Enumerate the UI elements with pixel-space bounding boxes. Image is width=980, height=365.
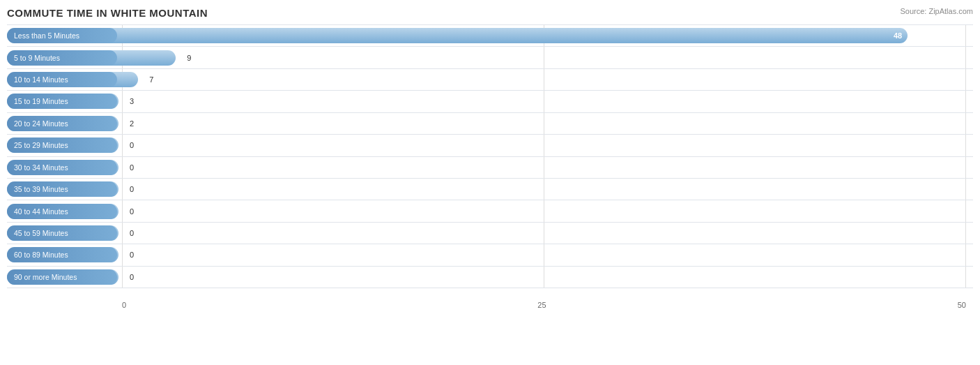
bar-row: 5 to 9 Minutes 9 — [7, 46, 973, 68]
bar-track: 35 to 39 Minutes 0 — [7, 181, 945, 197]
bar-row: 45 to 59 Minutes 0 — [7, 222, 973, 244]
bar-value: 3 — [130, 97, 134, 105]
bar-value: 0 — [130, 185, 134, 193]
bar-label-text: 30 to 34 Minutes — [7, 160, 117, 175]
x-axis-label-50: 50 — [958, 301, 966, 309]
bar-value: 48 — [894, 31, 902, 40]
chart-title: COMMUTE TIME IN WHITE MOUNTAIN — [7, 7, 973, 19]
bar-label-text: 20 to 24 Minutes — [7, 116, 117, 131]
bar-label-text: 10 to 14 Minutes — [7, 72, 117, 87]
chart-container: COMMUTE TIME IN WHITE MOUNTAIN Source: Z… — [0, 0, 980, 365]
bar-row: 20 to 24 Minutes 2 — [7, 112, 973, 134]
bar-value: 0 — [130, 229, 134, 237]
x-axis-label-0: 0 — [122, 301, 126, 309]
bar-fill: 90 or more Minutes 0 — [7, 269, 118, 285]
bar-row: 15 to 19 Minutes 3 — [7, 90, 973, 112]
bar-fill: 40 to 44 Minutes 0 — [7, 204, 118, 219]
bar-track: 20 to 24 Minutes 2 — [7, 116, 945, 131]
bar-value: 0 — [130, 251, 134, 259]
bar-value: 0 — [130, 163, 134, 172]
bar-track: 15 to 19 Minutes 3 — [7, 94, 945, 109]
bar-row: 60 to 89 Minutes 0 — [7, 244, 973, 265]
bar-row: 30 to 34 Minutes 0 — [7, 156, 973, 178]
bar-label-text: 60 to 89 Minutes — [7, 247, 117, 262]
bar-row: Less than 5 Minutes 48 — [7, 24, 973, 46]
bar-fill: 5 to 9 Minutes 9 — [7, 50, 176, 66]
x-axis-label-25: 25 — [537, 301, 546, 309]
source-label: Source: ZipAtlas.com — [900, 7, 973, 15]
bar-label-text: 45 to 59 Minutes — [7, 225, 117, 241]
bar-value: 0 — [130, 207, 134, 216]
bar-fill: 25 to 29 Minutes 0 — [7, 137, 118, 153]
bar-track: 5 to 9 Minutes 9 — [7, 50, 945, 66]
bar-value: 9 — [187, 54, 191, 62]
bar-value: 0 — [130, 141, 134, 149]
bar-fill: 15 to 19 Minutes 3 — [7, 94, 118, 109]
bar-label-text: 40 to 44 Minutes — [7, 204, 117, 219]
bar-track: 25 to 29 Minutes 0 — [7, 137, 945, 153]
bar-row: 90 or more Minutes 0 — [7, 266, 973, 288]
bar-label-text: 5 to 9 Minutes — [7, 50, 117, 66]
bar-fill: 35 to 39 Minutes 0 — [7, 181, 118, 197]
bar-fill: 20 to 24 Minutes 2 — [7, 116, 118, 131]
chart-area: Less than 5 Minutes 48 5 to 9 Minutes 9 … — [7, 24, 973, 309]
bar-fill: 45 to 59 Minutes 0 — [7, 225, 118, 241]
bars-container: Less than 5 Minutes 48 5 to 9 Minutes 9 … — [7, 24, 973, 288]
bar-track: 10 to 14 Minutes 7 — [7, 72, 945, 87]
bar-track: 30 to 34 Minutes 0 — [7, 160, 945, 175]
bar-label-text: 15 to 19 Minutes — [7, 94, 117, 109]
bar-row: 35 to 39 Minutes 0 — [7, 178, 973, 200]
bar-value: 2 — [130, 119, 134, 128]
bar-value: 7 — [149, 75, 153, 84]
bar-label-text: 35 to 39 Minutes — [7, 181, 117, 197]
bar-value: 0 — [130, 273, 134, 281]
bar-label-text: 90 or more Minutes — [7, 269, 117, 285]
bar-fill: 30 to 34 Minutes 0 — [7, 160, 118, 175]
bar-track: 60 to 89 Minutes 0 — [7, 247, 945, 262]
bar-fill: 60 to 89 Minutes 0 — [7, 247, 118, 262]
bar-fill: 10 to 14 Minutes 7 — [7, 72, 138, 87]
bar-track: Less than 5 Minutes 48 — [7, 28, 945, 43]
bar-label-text: Less than 5 Minutes — [7, 28, 117, 43]
bar-fill: Less than 5 Minutes 48 — [7, 28, 908, 43]
bar-row: 40 to 44 Minutes 0 — [7, 200, 973, 221]
x-axis: 0 25 50 — [122, 301, 966, 309]
bar-track: 45 to 59 Minutes 0 — [7, 225, 945, 241]
bar-label-text: 25 to 29 Minutes — [7, 137, 117, 153]
bar-row: 25 to 29 Minutes 0 — [7, 134, 973, 156]
bar-track: 40 to 44 Minutes 0 — [7, 204, 945, 219]
bar-track: 90 or more Minutes 0 — [7, 269, 945, 285]
bar-row: 10 to 14 Minutes 7 — [7, 68, 973, 90]
